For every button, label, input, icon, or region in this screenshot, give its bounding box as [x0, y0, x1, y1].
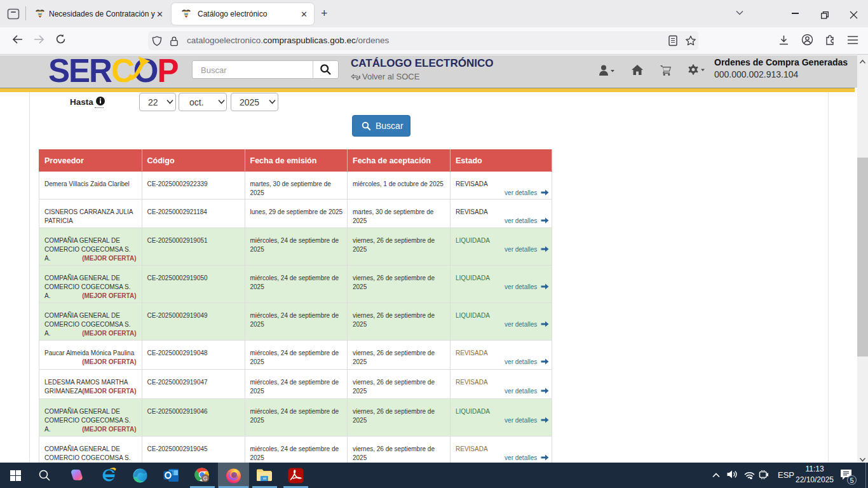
svg-text:5: 5: [850, 477, 853, 484]
svg-text:G: G: [203, 475, 207, 482]
